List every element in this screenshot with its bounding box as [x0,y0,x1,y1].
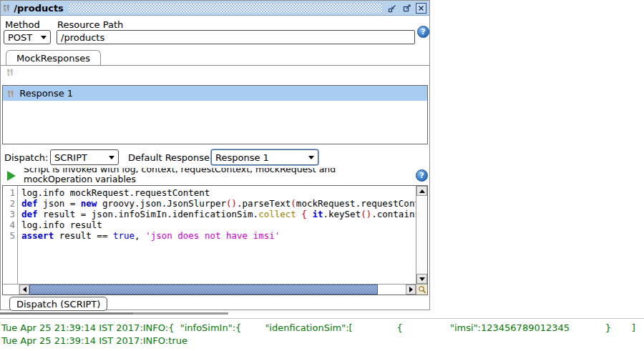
scroll-down-button[interactable] [416,274,427,284]
window-title: /products [14,3,64,14]
mock-responses-list: RE ST Response 1 [2,85,428,144]
close-icon [417,4,425,12]
code-token: () [226,198,237,209]
tab-mockresponses[interactable]: MockResponses [6,50,101,66]
help-icon[interactable]: ? [417,26,429,38]
resource-path-label: Resource Path [57,19,123,30]
tab-dispatch-script[interactable]: Dispatch (SCRIPT) [9,297,107,311]
scrollbar-corner-spacer [3,285,19,295]
rest-icon: RE ST [7,69,14,76]
default-response-label: Default Response: [128,152,213,163]
script-info: Script is invoked with log, context, req… [24,168,401,184]
code-token: mockRequest.requestContent [296,198,416,209]
line-number: 1 [3,187,17,198]
groovy-script-editor[interactable]: 12345 log.info mockRequest.requestConten… [2,185,428,295]
code-token: ( [291,198,296,209]
code-token: groovy.json.JsonSlurper [97,198,226,209]
code-token: result = json.infoSimIn.idenficationSim. [38,209,259,219]
log-panel: Tue Apr 25 21:39:14 IST 2017:INFO:{ "inf… [1,322,644,347]
code-token: new [81,198,97,209]
horizontal-scroll-track[interactable] [29,285,406,295]
line-number: 3 [3,209,17,219]
dispatch-label: Dispatch: [4,152,48,163]
code-line: log.info result [21,219,416,230]
method-select[interactable]: POST [4,30,51,44]
code-line: def json = new groovy.json.JsonSlurper()… [21,198,416,209]
maximize-button[interactable] [401,3,412,14]
help-icon[interactable]: ? [416,169,428,182]
code-token: log.info mockRequest.requestContent [21,187,210,198]
code-token: { [301,209,307,219]
code-token: log.info result [21,219,102,230]
magnifier-button[interactable] [416,284,427,295]
resource-path-input[interactable] [57,30,415,44]
run-script-button[interactable] [7,171,16,181]
code-token: it [312,209,323,219]
code-token: , [135,230,145,241]
chevron-down-icon [41,36,47,39]
splitter-handle[interactable] [0,312,228,315]
editor-gutter: 12345 [3,186,18,284]
tab-dispatch-script-label: Dispatch (SCRIPT) [16,299,100,310]
script-info-text: Script is invoked with log, context, req… [24,168,401,184]
rest-icon: RE ST [8,90,14,97]
line-number: 2 [3,198,17,209]
scroll-up-button[interactable] [416,186,427,196]
dispatch-select-value: SCRIPT [54,152,87,163]
close-button[interactable] [416,3,426,14]
code-token: .parseText [237,198,291,209]
log-line: Tue Apr 25 21:39:14 IST 2017:INFO:true [1,335,644,347]
rest-icon-bottom: ST [7,72,14,76]
method-label: Method [5,19,40,30]
tab-strip-divider [1,65,429,66]
divider-line [0,318,644,319]
log-line: Tue Apr 25 21:39:14 IST 2017:INFO:{ "inf… [1,322,644,335]
code-token: def [21,198,38,209]
line-number: 5 [3,230,17,241]
code-token: () [361,209,371,219]
window-titlebar[interactable]: PO ST /products [1,1,429,16]
arrow-left-icon [23,287,26,292]
arrow-right-icon [409,287,413,292]
horizontal-scroll-thumb[interactable] [29,285,378,295]
code-line: log.info mockRequest.requestContent [21,187,416,198]
maximize-icon [402,4,411,13]
minimize-icon [388,4,397,13]
mock-response-window: PO ST /products [0,0,430,310]
line-number: 4 [3,219,17,230]
code-token: .keySet [323,209,361,219]
code-token: json = [38,198,81,209]
chevron-down-icon [308,156,314,159]
vertical-scrollbar[interactable] [416,186,427,284]
code-token: true [113,230,135,241]
code-token: collect [258,209,296,219]
code-line: def result = json.infoSimIn.idenfication… [21,209,416,219]
scroll-right-button[interactable] [406,285,416,295]
post-icon-bottom: ST [4,8,10,11]
minimize-button[interactable] [387,3,398,14]
code-token: 'json does not have imsi' [145,230,280,241]
magnifier-icon [418,285,426,294]
list-item-label: Response 1 [19,88,73,99]
code-lines[interactable]: log.info mockRequest.requestContentdef j… [19,186,416,284]
rest-icon-bottom: ST [8,94,14,97]
arrow-down-icon [419,277,425,281]
tab-mockresponses-label: MockResponses [16,53,90,64]
post-method-icon: PO ST [4,4,10,11]
code-token: assert [21,230,54,241]
default-response-select-value: Response 1 [215,152,269,163]
method-select-value: POST [8,32,32,43]
dispatch-select[interactable]: SCRIPT [50,149,119,165]
code-token: def [21,209,38,219]
screenshot-canvas: PO ST /products [0,0,644,351]
code-line: assert result == true, 'json does not ha… [21,230,416,241]
arrow-up-icon [419,189,425,193]
horizontal-scrollbar[interactable] [3,284,416,295]
default-response-select[interactable]: Response 1 [211,149,318,165]
chevron-down-icon [109,156,114,159]
titlebar-texture [69,4,382,13]
code-token: result == [54,230,113,241]
scroll-left-button[interactable] [19,285,29,295]
list-item-response-1[interactable]: RE ST Response 1 [3,86,427,101]
code-token: .contains [371,209,416,219]
